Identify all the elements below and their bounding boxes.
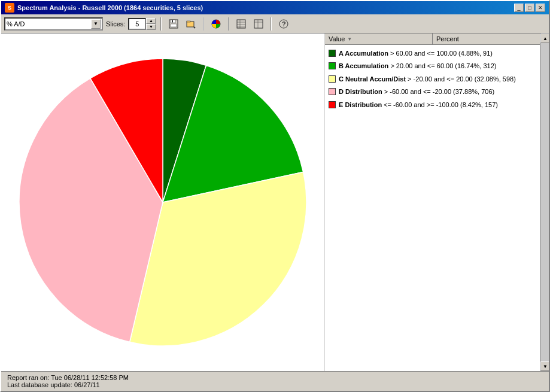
- svg-rect-2: [171, 24, 177, 27]
- legend-label-3: D Distribution > -60.00 and <= -20.00 (3…: [339, 87, 536, 96]
- toolbar-separator-4: [271, 17, 272, 31]
- status-bar: Report ran on: Tue 06/28/11 12:52:58 PM …: [1, 371, 549, 391]
- legend-item-4: E Distribution <= -60.00 and >= -100.00 …: [325, 99, 540, 111]
- slices-label: Slices:: [106, 20, 125, 28]
- help-button[interactable]: ?: [276, 17, 291, 31]
- close-button[interactable]: ✕: [536, 4, 545, 12]
- toolbar: % A/D ▼ Slices: 5 ▲ ▼: [1, 14, 549, 34]
- legend-item-3: D Distribution > -60.00 and <= -20.00 (3…: [325, 86, 540, 98]
- stepper-down[interactable]: ▼: [146, 24, 156, 30]
- legend-panel: Value ▼ Percent A Accumulation > 60.00 a…: [324, 34, 540, 371]
- grid-button[interactable]: [234, 17, 248, 31]
- dropdown-arrow-icon[interactable]: ▼: [91, 19, 101, 29]
- legend-percent-col-header: Percent: [433, 34, 540, 44]
- svg-rect-4: [187, 22, 194, 27]
- report-ran-text: Report ran on: Tue 06/28/11 12:52:58 PM: [7, 374, 543, 381]
- scroll-down-button[interactable]: ▼: [540, 361, 549, 371]
- slices-stepper[interactable]: ▲ ▼: [146, 18, 156, 30]
- legend-color-1: [329, 62, 336, 69]
- svg-line-6: [194, 27, 195, 28]
- scrollbar: ▲ ▼: [540, 34, 549, 371]
- columns-button[interactable]: [251, 17, 266, 31]
- scroll-up-button[interactable]: ▲: [540, 34, 549, 43]
- svg-text:?: ?: [282, 20, 286, 28]
- chart-type-button[interactable]: [209, 17, 223, 31]
- title-bar-controls: _ □ ✕: [514, 4, 545, 12]
- toolbar-separator-2: [203, 17, 204, 31]
- minimize-button[interactable]: _: [514, 4, 524, 12]
- legend-item-0: A Accumulation > 60.00 and <= 100.00 (4.…: [325, 47, 540, 60]
- title-bar: S Spectrum Analysis - Russell 2000 (1864…: [1, 1, 549, 14]
- svg-rect-13: [254, 20, 263, 28]
- legend-item-1: B Accumulation > 20.00 and <= 60.00 (16.…: [325, 60, 540, 72]
- open-button[interactable]: [184, 17, 198, 31]
- svg-rect-5: [187, 21, 190, 22]
- main-window: S Spectrum Analysis - Russell 2000 (1864…: [0, 0, 550, 392]
- toolbar-separator-1: [160, 17, 162, 31]
- legend-label-1: B Accumulation > 20.00 and <= 60.00 (16.…: [339, 62, 536, 71]
- legend-color-4: [329, 101, 336, 108]
- legend-label-0: A Accumulation > 60.00 and <= 100.00 (4.…: [339, 49, 536, 58]
- dropdown-select[interactable]: % A/D ▼: [4, 17, 103, 31]
- toolbar-separator-3: [228, 17, 229, 31]
- stepper-up[interactable]: ▲: [146, 18, 156, 24]
- legend-label-2: C Neutral Accum/Dist > -20.00 and <= 20.…: [339, 75, 536, 84]
- save-button[interactable]: [166, 17, 181, 31]
- legend-color-2: [329, 75, 336, 83]
- slices-input[interactable]: 5: [128, 18, 146, 30]
- legend-color-0: [329, 50, 336, 57]
- legend-color-3: [329, 88, 336, 95]
- sort-icon: ▼: [347, 37, 352, 42]
- legend-header: Value ▼ Percent: [325, 34, 540, 45]
- window-title: Spectrum Analysis - Russell 2000 (1864 s…: [17, 4, 203, 11]
- legend-items: A Accumulation > 60.00 and <= 100.00 (4.…: [325, 45, 540, 114]
- app-icon: S: [5, 3, 14, 13]
- svg-rect-3: [172, 20, 173, 22]
- last-update-text: Last database update: 06/27/11: [7, 381, 543, 388]
- maximize-button[interactable]: □: [525, 4, 534, 12]
- legend-value-col-header: Value ▼: [325, 34, 433, 44]
- scroll-track[interactable]: [540, 43, 549, 361]
- chart-area: [1, 34, 324, 371]
- pie-chart: [7, 47, 318, 358]
- legend-item-2: C Neutral Accum/Dist > -20.00 and <= 20.…: [325, 73, 540, 86]
- content-area: Value ▼ Percent A Accumulation > 60.00 a…: [1, 34, 549, 371]
- legend-label-4: E Distribution <= -60.00 and >= -100.00 …: [339, 101, 536, 110]
- dropdown-value: % A/D: [7, 20, 91, 28]
